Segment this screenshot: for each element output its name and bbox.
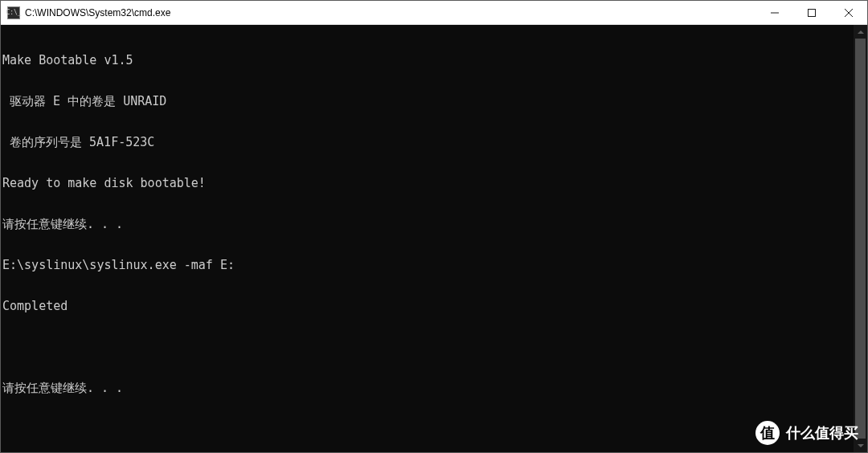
- cmd-icon: C:\_: [7, 6, 20, 19]
- watermark: 值 什么值得买: [755, 421, 858, 445]
- terminal-line: [2, 341, 852, 354]
- terminal-line: 请按任意键继续. . .: [2, 382, 852, 395]
- terminal-line: Make Bootable v1.5: [2, 54, 852, 67]
- minimize-icon: [771, 9, 779, 17]
- close-button[interactable]: [830, 1, 867, 24]
- chevron-up-icon: [858, 31, 864, 34]
- window-controls: [756, 1, 867, 24]
- maximize-button[interactable]: [793, 1, 830, 24]
- terminal-output[interactable]: Make Bootable v1.5 驱动器 E 中的卷是 UNRAID 卷的序…: [1, 25, 854, 452]
- title-bar[interactable]: C:\_ C:\WINDOWS\System32\cmd.exe: [1, 1, 867, 25]
- vertical-scrollbar[interactable]: [854, 25, 867, 452]
- scroll-up-arrow-icon[interactable]: [854, 25, 867, 39]
- content-area: Make Bootable v1.5 驱动器 E 中的卷是 UNRAID 卷的序…: [1, 25, 867, 452]
- terminal-line: E:\syslinux\syslinux.exe -maf E:: [2, 259, 852, 272]
- terminal-line: Completed: [2, 300, 852, 313]
- window-title: C:\WINDOWS\System32\cmd.exe: [25, 7, 756, 18]
- close-icon: [845, 9, 853, 17]
- minimize-button[interactable]: [756, 1, 793, 24]
- scroll-thumb[interactable]: [855, 39, 866, 439]
- svg-rect-1: [809, 9, 816, 16]
- terminal-line: 驱动器 E 中的卷是 UNRAID: [2, 95, 852, 108]
- watermark-badge: 值: [755, 421, 780, 445]
- watermark-text: 什么值得买: [786, 423, 858, 443]
- scroll-track[interactable]: [854, 39, 867, 439]
- cmd-window: C:\_ C:\WINDOWS\System32\cmd.exe Make Bo…: [0, 0, 868, 453]
- maximize-icon: [808, 9, 816, 17]
- terminal-line: Ready to make disk bootable!: [2, 177, 852, 190]
- cmd-icon-glyph: C:\_: [6, 10, 21, 16]
- terminal-line: 请按任意键继续. . .: [2, 218, 852, 231]
- terminal-line: 卷的序列号是 5A1F-523C: [2, 136, 852, 149]
